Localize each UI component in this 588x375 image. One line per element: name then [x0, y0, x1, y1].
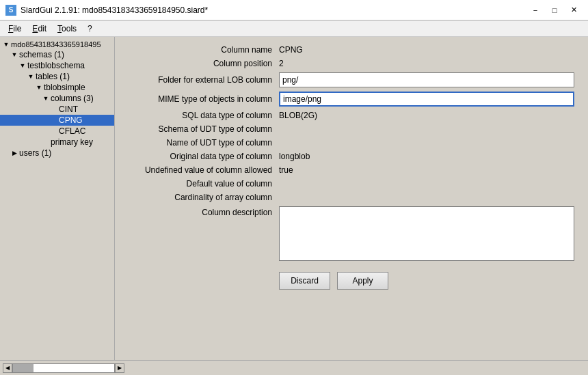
- row-folder-external-lob: Folder for external LOB column: [129, 72, 574, 87]
- tree-label-testblobschema: testblobschema: [27, 61, 114, 70]
- label-folder-external-lob: Folder for external LOB column: [129, 75, 279, 85]
- tree-label-cint: CINT: [59, 105, 114, 114]
- tree-label-tblobsimple: tblobsimple: [44, 83, 114, 92]
- menu-help[interactable]: ?: [82, 23, 98, 35]
- horizontal-scrollbar[interactable]: [12, 363, 115, 373]
- tree-item-cpng[interactable]: CPNG: [0, 115, 114, 126]
- row-original-data-type: Original data type of column longblob: [129, 152, 574, 161]
- label-column-description: Column description: [129, 208, 279, 217]
- arrow-tblobsimple: ▼: [34, 84, 44, 91]
- label-cardinality: Cardinality of array column: [129, 193, 279, 202]
- button-row: Discard Apply: [129, 272, 574, 290]
- label-column-position: Column position: [129, 59, 279, 68]
- tree-label-primarykey: primary key: [51, 137, 114, 147]
- input-column-description[interactable]: [279, 206, 574, 261]
- value-column-name: CPNG: [279, 45, 303, 55]
- tree-item-testblobschema[interactable]: ▼ testblobschema: [0, 60, 114, 71]
- discard-button[interactable]: Discard: [279, 272, 330, 290]
- tree-label-columns: columns (3): [51, 94, 114, 103]
- menu-bar: File Edit Tools ?: [0, 20, 588, 37]
- menu-file[interactable]: File: [3, 23, 27, 35]
- tree-item-cflac[interactable]: CFLAC: [0, 126, 114, 137]
- arrow-columns: ▼: [41, 95, 51, 102]
- input-folder-external-lob[interactable]: [279, 72, 574, 87]
- tree-item-root[interactable]: ▼ mdo854318343365918495: [0, 40, 114, 49]
- scrollbar-thumb: [13, 364, 34, 372]
- value-undefined-allowed: true: [279, 165, 293, 175]
- row-cardinality: Cardinality of array column: [129, 193, 574, 202]
- scroll-right-button[interactable]: ▶: [115, 363, 124, 373]
- row-column-position: Column position 2: [129, 59, 574, 68]
- label-mime-type: MIME type of objects in column: [129, 94, 279, 104]
- tree-item-primarykey[interactable]: primary key: [0, 137, 114, 148]
- sidebar[interactable]: ▼ mdo854318343365918495 ▼ schemas (1) ▼ …: [0, 37, 115, 360]
- tree-label-root: mdo854318343365918495: [11, 40, 114, 48]
- label-schema-udt: Schema of UDT type of column: [129, 124, 279, 134]
- tree-item-users[interactable]: ▶ users (1): [0, 148, 114, 158]
- label-undefined-allowed: Undefined value of column allowed: [129, 165, 279, 175]
- row-schema-udt: Schema of UDT type of column: [129, 124, 574, 134]
- tree-label-users: users (1): [19, 148, 114, 158]
- row-default-value: Default value of column: [129, 179, 574, 189]
- arrow-testblobschema: ▼: [18, 62, 27, 69]
- label-default-value: Default value of column: [129, 179, 279, 189]
- row-mime-type: MIME type of objects in column: [129, 92, 574, 107]
- close-button[interactable]: ✕: [565, 3, 583, 17]
- row-undefined-allowed: Undefined value of column allowed true: [129, 165, 574, 175]
- menu-edit[interactable]: Edit: [27, 23, 52, 35]
- tree-label-tables: tables (1): [36, 72, 114, 81]
- value-column-position: 2: [279, 59, 284, 68]
- tree-label-cflac: CFLAC: [59, 126, 114, 136]
- row-column-name: Column name CPNG: [129, 45, 574, 55]
- tree-item-tables[interactable]: ▼ tables (1): [0, 71, 114, 82]
- input-mime-type[interactable]: [279, 92, 574, 107]
- tree-label-schemas: schemas (1): [19, 50, 114, 59]
- row-column-description: Column description: [129, 206, 574, 261]
- row-name-udt: Name of UDT type of column: [129, 138, 574, 148]
- title-bar-left: S SiardGui 2.1.91: mdo854318343365918495…: [5, 5, 208, 16]
- label-sql-data-type: SQL data type of column: [129, 111, 279, 120]
- value-original-data-type: longblob: [279, 152, 310, 161]
- value-sql-data-type: BLOB(2G): [279, 111, 317, 120]
- title-bar: S SiardGui 2.1.91: mdo854318343365918495…: [0, 0, 588, 20]
- menu-tools[interactable]: Tools: [52, 23, 82, 35]
- arrow-users: ▶: [10, 150, 19, 156]
- maximize-button[interactable]: □: [546, 3, 563, 17]
- label-column-name: Column name: [129, 45, 279, 55]
- status-bar: ◀ ▶: [0, 360, 588, 375]
- tree-label-cpng: CPNG: [59, 115, 114, 125]
- label-name-udt: Name of UDT type of column: [129, 138, 279, 148]
- tree-item-cint[interactable]: CINT: [0, 104, 114, 115]
- apply-button[interactable]: Apply: [337, 272, 388, 290]
- tree-item-columns[interactable]: ▼ columns (3): [0, 93, 114, 104]
- content-area: Column name CPNG Column position 2 Folde…: [115, 37, 588, 360]
- arrow-root: ▼: [1, 41, 11, 48]
- arrow-tables: ▼: [26, 73, 36, 80]
- tree-item-schemas[interactable]: ▼ schemas (1): [0, 49, 114, 60]
- main-layout: ▼ mdo854318343365918495 ▼ schemas (1) ▼ …: [0, 37, 588, 360]
- tree-item-tblobsimple[interactable]: ▼ tblobsimple: [0, 82, 114, 93]
- scroll-left-button[interactable]: ◀: [3, 363, 12, 373]
- row-sql-data-type: SQL data type of column BLOB(2G): [129, 111, 574, 120]
- minimize-button[interactable]: −: [526, 3, 544, 17]
- label-original-data-type: Original data type of column: [129, 152, 279, 161]
- arrow-schemas: ▼: [10, 51, 19, 58]
- app-icon: S: [5, 5, 16, 16]
- window-title: SiardGui 2.1.91: mdo854318343365918495​0…: [21, 5, 208, 15]
- title-bar-controls: − □ ✕: [526, 3, 583, 17]
